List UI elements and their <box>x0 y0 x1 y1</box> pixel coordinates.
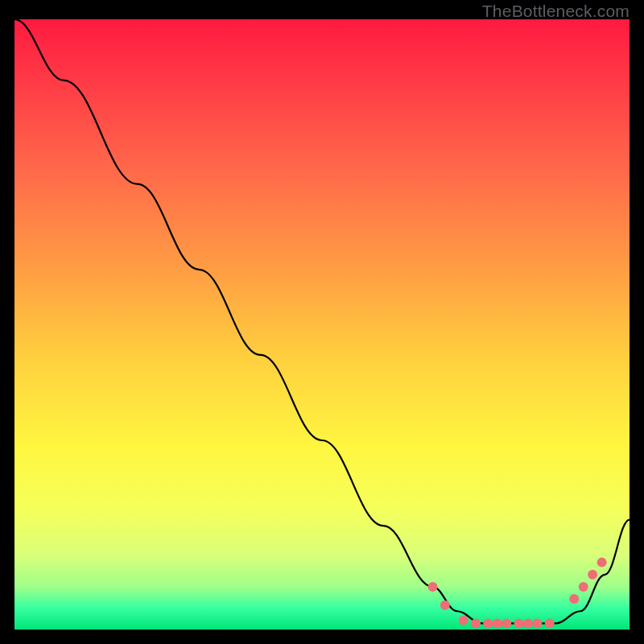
gradient-background <box>14 19 630 630</box>
highlight-point <box>483 618 493 628</box>
highlight-point <box>428 582 438 592</box>
highlight-point <box>597 558 607 568</box>
highlight-point <box>502 618 511 628</box>
highlight-point <box>545 618 555 628</box>
highlight-point <box>514 618 523 628</box>
watermark-text: TheBottleneck.com <box>482 2 630 21</box>
highlight-point <box>471 618 481 628</box>
chart-frame <box>14 19 630 630</box>
bottleneck-chart <box>14 19 630 630</box>
highlight-point <box>523 618 533 628</box>
highlight-point <box>569 594 579 604</box>
highlight-point <box>493 618 502 628</box>
highlight-point <box>532 618 542 628</box>
highlight-point <box>579 582 588 592</box>
highlight-point <box>440 601 450 610</box>
highlight-point <box>588 570 597 580</box>
highlight-point <box>459 616 469 625</box>
